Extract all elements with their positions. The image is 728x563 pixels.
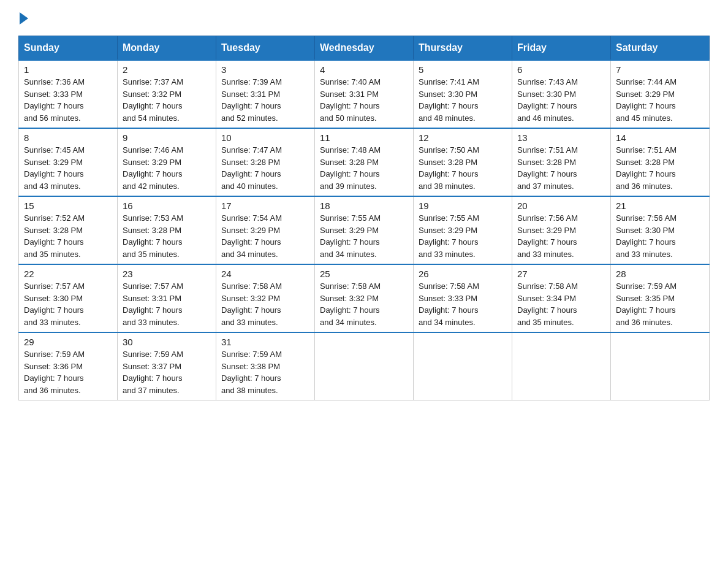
calendar-day-cell	[414, 332, 512, 400]
day-number: 21	[616, 201, 704, 211]
calendar-day-cell	[512, 332, 611, 400]
day-number: 28	[616, 269, 704, 279]
calendar-week-row: 29 Sunrise: 7:59 AMSunset: 3:36 PMDaylig…	[19, 332, 710, 400]
calendar-body: 1 Sunrise: 7:36 AMSunset: 3:33 PMDayligh…	[19, 60, 710, 400]
calendar-day-cell: 24 Sunrise: 7:58 AMSunset: 3:32 PMDaylig…	[216, 264, 315, 332]
calendar-day-cell: 8 Sunrise: 7:45 AMSunset: 3:29 PMDayligh…	[19, 128, 118, 196]
day-number: 9	[123, 132, 211, 143]
day-number: 4	[320, 64, 408, 75]
day-info: Sunrise: 7:46 AMSunset: 3:29 PMDaylight:…	[123, 145, 183, 191]
day-info: Sunrise: 7:44 AMSunset: 3:29 PMDaylight:…	[616, 77, 677, 123]
day-number: 18	[320, 201, 408, 211]
calendar-day-cell: 30 Sunrise: 7:59 AMSunset: 3:37 PMDaylig…	[118, 332, 216, 400]
calendar-day-cell: 9 Sunrise: 7:46 AMSunset: 3:29 PMDayligh…	[118, 128, 216, 196]
day-info: Sunrise: 7:43 AMSunset: 3:30 PMDaylight:…	[517, 77, 578, 123]
day-info: Sunrise: 7:59 AMSunset: 3:36 PMDaylight:…	[24, 350, 85, 395]
calendar-day-cell: 5 Sunrise: 7:41 AMSunset: 3:30 PMDayligh…	[414, 60, 512, 128]
day-of-week-header: Wednesday	[315, 36, 414, 61]
day-info: Sunrise: 7:57 AMSunset: 3:30 PMDaylight:…	[24, 282, 85, 327]
calendar-day-cell: 13 Sunrise: 7:51 AMSunset: 3:28 PMDaylig…	[512, 128, 611, 196]
day-info: Sunrise: 7:58 AMSunset: 3:33 PMDaylight:…	[419, 282, 479, 327]
day-number: 15	[24, 201, 112, 211]
day-number: 20	[517, 201, 605, 211]
calendar-day-cell: 25 Sunrise: 7:58 AMSunset: 3:32 PMDaylig…	[315, 264, 414, 332]
day-info: Sunrise: 7:58 AMSunset: 3:34 PMDaylight:…	[517, 282, 578, 327]
day-number: 17	[221, 201, 309, 211]
calendar-day-cell: 17 Sunrise: 7:54 AMSunset: 3:29 PMDaylig…	[216, 196, 315, 264]
calendar-day-cell: 26 Sunrise: 7:58 AMSunset: 3:33 PMDaylig…	[414, 264, 512, 332]
calendar-day-cell: 6 Sunrise: 7:43 AMSunset: 3:30 PMDayligh…	[512, 60, 611, 128]
days-of-week-row: SundayMondayTuesdayWednesdayThursdayFrid…	[19, 36, 710, 61]
day-info: Sunrise: 7:58 AMSunset: 3:32 PMDaylight:…	[320, 282, 381, 327]
calendar-day-cell: 19 Sunrise: 7:55 AMSunset: 3:29 PMDaylig…	[414, 196, 512, 264]
day-info: Sunrise: 7:56 AMSunset: 3:30 PMDaylight:…	[616, 213, 677, 259]
day-number: 26	[419, 269, 507, 279]
day-info: Sunrise: 7:59 AMSunset: 3:35 PMDaylight:…	[616, 282, 677, 327]
day-number: 31	[221, 337, 309, 347]
calendar-week-row: 8 Sunrise: 7:45 AMSunset: 3:29 PMDayligh…	[19, 128, 710, 196]
day-info: Sunrise: 7:54 AMSunset: 3:29 PMDaylight:…	[221, 213, 282, 259]
day-info: Sunrise: 7:47 AMSunset: 3:28 PMDaylight:…	[221, 145, 282, 191]
calendar-day-cell: 10 Sunrise: 7:47 AMSunset: 3:28 PMDaylig…	[216, 128, 315, 196]
day-of-week-header: Tuesday	[216, 36, 315, 61]
calendar-day-cell: 15 Sunrise: 7:52 AMSunset: 3:28 PMDaylig…	[19, 196, 118, 264]
logo-arrow-icon	[20, 12, 28, 25]
day-number: 25	[320, 269, 408, 279]
day-number: 29	[24, 337, 112, 347]
day-info: Sunrise: 7:56 AMSunset: 3:29 PMDaylight:…	[517, 213, 578, 259]
day-number: 5	[419, 64, 507, 75]
day-number: 19	[419, 201, 507, 211]
day-info: Sunrise: 7:51 AMSunset: 3:28 PMDaylight:…	[517, 145, 578, 191]
day-info: Sunrise: 7:57 AMSunset: 3:31 PMDaylight:…	[123, 282, 183, 327]
day-of-week-header: Sunday	[19, 36, 118, 61]
day-number: 30	[123, 337, 211, 347]
day-number: 27	[517, 269, 605, 279]
calendar-table: SundayMondayTuesdayWednesdayThursdayFrid…	[18, 36, 710, 400]
day-info: Sunrise: 7:50 AMSunset: 3:28 PMDaylight:…	[419, 145, 479, 191]
day-number: 8	[24, 132, 112, 143]
day-number: 14	[616, 132, 704, 143]
calendar-day-cell: 1 Sunrise: 7:36 AMSunset: 3:33 PMDayligh…	[19, 60, 118, 128]
calendar-day-cell: 14 Sunrise: 7:51 AMSunset: 3:28 PMDaylig…	[611, 128, 710, 196]
day-info: Sunrise: 7:48 AMSunset: 3:28 PMDaylight:…	[320, 145, 381, 191]
calendar-day-cell: 12 Sunrise: 7:50 AMSunset: 3:28 PMDaylig…	[414, 128, 512, 196]
calendar-day-cell: 22 Sunrise: 7:57 AMSunset: 3:30 PMDaylig…	[19, 264, 118, 332]
calendar-day-cell	[611, 332, 710, 400]
day-info: Sunrise: 7:55 AMSunset: 3:29 PMDaylight:…	[419, 213, 479, 259]
day-number: 7	[616, 64, 704, 75]
calendar-header: SundayMondayTuesdayWednesdayThursdayFrid…	[19, 36, 710, 61]
day-info: Sunrise: 7:40 AMSunset: 3:31 PMDaylight:…	[320, 77, 381, 123]
calendar-day-cell: 21 Sunrise: 7:56 AMSunset: 3:30 PMDaylig…	[611, 196, 710, 264]
calendar-day-cell: 29 Sunrise: 7:59 AMSunset: 3:36 PMDaylig…	[19, 332, 118, 400]
day-number: 10	[221, 132, 309, 143]
calendar-day-cell: 7 Sunrise: 7:44 AMSunset: 3:29 PMDayligh…	[611, 60, 710, 128]
day-info: Sunrise: 7:52 AMSunset: 3:28 PMDaylight:…	[24, 213, 85, 259]
calendar-week-row: 22 Sunrise: 7:57 AMSunset: 3:30 PMDaylig…	[19, 264, 710, 332]
calendar-day-cell: 31 Sunrise: 7:59 AMSunset: 3:38 PMDaylig…	[216, 332, 315, 400]
day-info: Sunrise: 7:39 AMSunset: 3:31 PMDaylight:…	[221, 77, 282, 123]
day-info: Sunrise: 7:59 AMSunset: 3:37 PMDaylight:…	[123, 350, 183, 395]
day-number: 6	[517, 64, 605, 75]
calendar-day-cell: 3 Sunrise: 7:39 AMSunset: 3:31 PMDayligh…	[216, 60, 315, 128]
calendar-day-cell: 2 Sunrise: 7:37 AMSunset: 3:32 PMDayligh…	[118, 60, 216, 128]
calendar-day-cell: 18 Sunrise: 7:55 AMSunset: 3:29 PMDaylig…	[315, 196, 414, 264]
calendar-day-cell: 11 Sunrise: 7:48 AMSunset: 3:28 PMDaylig…	[315, 128, 414, 196]
day-number: 24	[221, 269, 309, 279]
logo	[18, 12, 29, 25]
day-info: Sunrise: 7:53 AMSunset: 3:28 PMDaylight:…	[123, 213, 183, 259]
calendar-day-cell: 27 Sunrise: 7:58 AMSunset: 3:34 PMDaylig…	[512, 264, 611, 332]
calendar-day-cell: 28 Sunrise: 7:59 AMSunset: 3:35 PMDaylig…	[611, 264, 710, 332]
day-info: Sunrise: 7:55 AMSunset: 3:29 PMDaylight:…	[320, 213, 381, 259]
calendar-week-row: 15 Sunrise: 7:52 AMSunset: 3:28 PMDaylig…	[19, 196, 710, 264]
day-info: Sunrise: 7:59 AMSunset: 3:38 PMDaylight:…	[221, 350, 282, 395]
day-info: Sunrise: 7:51 AMSunset: 3:28 PMDaylight:…	[616, 145, 677, 191]
day-info: Sunrise: 7:37 AMSunset: 3:32 PMDaylight:…	[123, 77, 183, 123]
day-number: 13	[517, 132, 605, 143]
calendar-week-row: 1 Sunrise: 7:36 AMSunset: 3:33 PMDayligh…	[19, 60, 710, 128]
day-number: 1	[24, 64, 112, 75]
page-header	[18, 12, 710, 25]
day-of-week-header: Saturday	[611, 36, 710, 61]
day-of-week-header: Monday	[118, 36, 216, 61]
calendar-day-cell: 4 Sunrise: 7:40 AMSunset: 3:31 PMDayligh…	[315, 60, 414, 128]
day-of-week-header: Thursday	[414, 36, 512, 61]
